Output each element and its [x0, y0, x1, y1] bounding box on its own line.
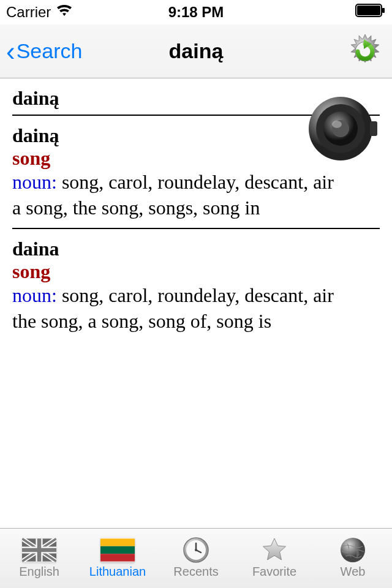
pos-label: noun: [12, 284, 57, 306]
entry-translation: song [12, 260, 380, 283]
tab-web[interactable]: Web [316, 538, 390, 579]
battery-icon [355, 4, 386, 21]
uk-flag-icon [22, 538, 56, 562]
nav-bar: ‹ Search dainą [0, 24, 392, 78]
synonyms: song, carol, roundelay, descant, air [57, 284, 334, 306]
synonyms: song, carol, roundelay, descant, air [57, 171, 334, 193]
svg-rect-11 [100, 538, 135, 546]
svg-rect-2 [382, 8, 385, 13]
page-title: dainą [169, 39, 224, 63]
pos-label: noun: [12, 171, 57, 193]
dictionary-entry: daina song noun: song, carol, roundelay,… [12, 238, 380, 334]
svg-point-19 [341, 538, 365, 562]
tab-label: English [19, 565, 59, 579]
svg-rect-12 [100, 546, 135, 554]
tab-label: Recents [173, 565, 218, 579]
svg-point-8 [332, 121, 342, 128]
back-label: Search [17, 39, 83, 63]
wifi-icon [56, 4, 73, 21]
carrier-label: Carrier [6, 4, 51, 21]
clock-icon [179, 538, 213, 562]
gear-refresh-icon[interactable] [345, 32, 385, 71]
tab-recents[interactable]: Recents [159, 538, 233, 579]
content-area: dainą dainą song noun: song, carol, roun… [0, 78, 392, 528]
lithuania-flag-icon [100, 538, 135, 562]
chevron-left-icon: ‹ [6, 38, 15, 65]
svg-rect-13 [100, 554, 135, 561]
tab-bar: English Lithuanian Recents [0, 528, 392, 588]
tab-lithuanian[interactable]: Lithuanian [81, 538, 154, 579]
tab-favorite[interactable]: Favorite [238, 538, 311, 579]
entry-examples: a song, the song, songs, song in [12, 195, 380, 221]
globe-icon [336, 538, 370, 562]
svg-rect-9 [370, 121, 377, 136]
entry-word: daina [12, 238, 380, 260]
entry-definition: noun: song, carol, roundelay, descant, a… [12, 170, 380, 195]
entry-definition: noun: song, carol, roundelay, descant, a… [12, 283, 380, 309]
clock: 9:18 PM [168, 4, 224, 21]
svg-rect-1 [357, 6, 380, 15]
status-bar: Carrier 9:18 PM [0, 0, 392, 24]
status-left: Carrier [6, 4, 73, 21]
tab-label: Favorite [252, 565, 296, 579]
divider [12, 228, 380, 229]
star-icon [257, 538, 292, 562]
tab-label: Web [341, 565, 366, 579]
entry-examples: the song, a song, song of, song is [12, 309, 380, 334]
tab-label: Lithuanian [89, 565, 146, 579]
tab-english[interactable]: English [2, 538, 76, 579]
svg-point-18 [195, 549, 197, 551]
back-button[interactable]: ‹ Search [6, 38, 82, 65]
status-right [355, 4, 386, 21]
speaker-icon[interactable] [306, 92, 380, 165]
